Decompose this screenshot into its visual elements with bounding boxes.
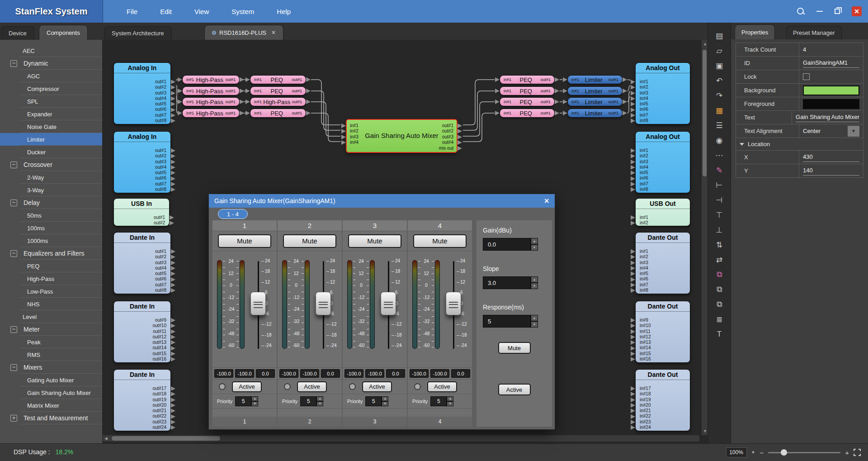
zoom-in-button[interactable]: +	[845, 449, 849, 456]
slope-input[interactable]: 3.0 ▲▼	[483, 276, 546, 289]
input-port-icon[interactable]	[631, 409, 635, 413]
tab-device[interactable]: Device	[1, 26, 34, 40]
output-port-icon[interactable]	[171, 403, 175, 408]
sidebar-item-spl[interactable]: SPL	[0, 95, 102, 108]
menu-file[interactable]: File	[127, 8, 137, 15]
canvas-vertical-scrollbar[interactable]: ▲ ▼	[702, 40, 708, 435]
output-port-icon[interactable]	[171, 266, 175, 271]
response-spinner[interactable]: ▲▼	[531, 315, 538, 328]
input-port-icon[interactable]	[631, 288, 635, 293]
input-port-icon[interactable]	[245, 89, 250, 93]
block-high-pass[interactable]: in#1High-Passout#1	[182, 86, 240, 95]
output-port-icon[interactable]	[171, 119, 175, 123]
output-port-icon[interactable]	[171, 335, 175, 339]
input-port-icon[interactable]	[631, 323, 635, 328]
channel-mute-button[interactable]: Mute	[283, 234, 336, 248]
spin-up-icon[interactable]: ▲	[531, 276, 538, 283]
block-dante-out[interactable]: Dante Outin#9in#10in#11in#12in#13in#14in…	[635, 301, 690, 363]
output-port-icon[interactable]	[170, 221, 174, 225]
input-port-icon[interactable]	[341, 129, 346, 133]
sidebar-item-3-way[interactable]: 3-Way	[0, 184, 102, 196]
zoom-out-button[interactable]: −	[760, 449, 764, 456]
response-input[interactable]: 5 ▲▼	[483, 315, 546, 328]
sidebar-item-delay[interactable]: −Delay	[0, 196, 102, 209]
fader-handle[interactable]	[316, 292, 331, 315]
output-port-icon[interactable]	[171, 148, 175, 153]
sidebar-item-limiter[interactable]: Limiter	[0, 133, 102, 146]
spin-down-icon[interactable]: ▼	[531, 283, 538, 289]
output-port-icon[interactable]	[170, 215, 174, 220]
block-dante-out[interactable]: Dante Outin#1in#2in#3in#4in#5in#6in#7in#…	[635, 232, 690, 294]
block-gain-sharing-auto-mixer[interactable]: in#1in#2in#3in#4out#1out#2out#3out#4mix …	[346, 119, 458, 153]
input-port-icon[interactable]	[631, 102, 635, 106]
align-right-icon[interactable]: ⊣	[713, 194, 725, 206]
text-tool-icon[interactable]: T	[713, 328, 725, 340]
sidebar-item-agc[interactable]: AGC	[0, 70, 102, 82]
output-port-icon[interactable]	[555, 89, 559, 93]
mix-out-port-icon[interactable]	[458, 146, 462, 151]
output-port-icon[interactable]	[171, 271, 175, 276]
output-port-icon[interactable]	[171, 420, 175, 424]
input-port-icon[interactable]	[245, 77, 250, 82]
output-port-icon[interactable]	[171, 283, 175, 287]
input-port-icon[interactable]	[631, 80, 635, 84]
channel-active-button[interactable]: Active	[362, 381, 392, 392]
block-analog-in[interactable]: Analog Inout#1out#2out#3out#4out#5out#6o…	[113, 131, 171, 193]
output-port-icon[interactable]	[171, 154, 175, 158]
close-icon[interactable]: ✕	[544, 197, 549, 204]
output-port-icon[interactable]	[171, 409, 175, 413]
priority-spinner[interactable]: 5▲▼	[300, 396, 323, 406]
block-peq[interactable]: in#1PEQout#1	[500, 75, 555, 84]
output-port-icon[interactable]	[171, 102, 175, 106]
bring-forward-icon[interactable]: ⧉	[713, 269, 725, 280]
input-port-icon[interactable]	[178, 77, 182, 82]
canvas-horizontal-scrollbar[interactable]: ◀	[103, 435, 699, 442]
sidebar-item-high-pass[interactable]: High-Pass	[0, 272, 102, 285]
spin-up-icon[interactable]: ▲	[531, 238, 538, 244]
block-analog-out[interactable]: Analog Outin#1in#2in#3in#4in#5in#6in#7in…	[635, 131, 690, 193]
channel-active-button[interactable]: Active	[232, 381, 262, 392]
priority-spinner[interactable]: 5▲▼	[365, 396, 388, 406]
horizontal-scroll-thumb[interactable]	[112, 436, 220, 441]
collapse-icon[interactable]: −	[10, 364, 17, 371]
input-port-icon[interactable]	[245, 111, 250, 115]
output-port-icon[interactable]	[171, 318, 175, 323]
sidebar-item-gating-auto-mixer[interactable]: Gating Auto Mixer	[0, 374, 102, 386]
master-active-button[interactable]: Active	[498, 384, 531, 395]
output-port-icon[interactable]	[623, 89, 627, 93]
input-port-icon[interactable]	[631, 171, 635, 175]
output-port-icon[interactable]	[458, 140, 462, 145]
spin-down-icon[interactable]: ▼	[316, 401, 323, 406]
output-port-icon[interactable]	[171, 323, 175, 328]
output-port-icon[interactable]	[555, 77, 559, 82]
input-port-icon[interactable]	[631, 85, 635, 90]
sidebar-item-1000ms[interactable]: 1000ms	[0, 234, 102, 247]
block-analog-in[interactable]: Analog Inout#1out#2out#3out#4out#5out#6o…	[113, 62, 171, 124]
output-port-icon[interactable]	[306, 100, 311, 104]
new-document-icon[interactable]: ▤	[713, 30, 725, 42]
input-port-icon[interactable]	[631, 420, 635, 424]
distribute-vertical-icon[interactable]: ⇅	[713, 239, 725, 251]
block-peq[interactable]: in#1PEQout#1	[250, 109, 306, 118]
menu-help[interactable]: Help	[277, 8, 291, 15]
output-port-icon[interactable]	[171, 386, 175, 391]
output-port-icon[interactable]	[171, 392, 175, 396]
visibility-icon[interactable]: ◉	[713, 134, 725, 146]
priority-spin-arrows[interactable]: ▲▼	[382, 396, 388, 406]
distribute-horizontal-icon[interactable]: ⇄	[713, 254, 725, 266]
chevron-down-icon[interactable]: ▼	[848, 126, 859, 137]
collapse-icon[interactable]: −	[10, 250, 17, 257]
output-port-icon[interactable]	[171, 96, 175, 101]
output-port-icon[interactable]	[171, 80, 175, 84]
menu-edit[interactable]: Edit	[160, 8, 172, 15]
input-port-icon[interactable]	[631, 261, 635, 265]
input-port-icon[interactable]	[341, 124, 346, 128]
input-port-icon[interactable]	[495, 77, 500, 82]
input-port-icon[interactable]	[631, 386, 635, 391]
value-input[interactable]: Gain Sharing Auto Mixer	[796, 113, 859, 122]
output-port-icon[interactable]	[171, 187, 175, 192]
block-usb-out[interactable]: USB Outin#1in#2	[635, 198, 690, 226]
input-port-icon[interactable]	[563, 100, 567, 104]
input-port-icon[interactable]	[631, 266, 635, 271]
block-limiter[interactable]: in#1Limiterout#1	[567, 97, 623, 106]
